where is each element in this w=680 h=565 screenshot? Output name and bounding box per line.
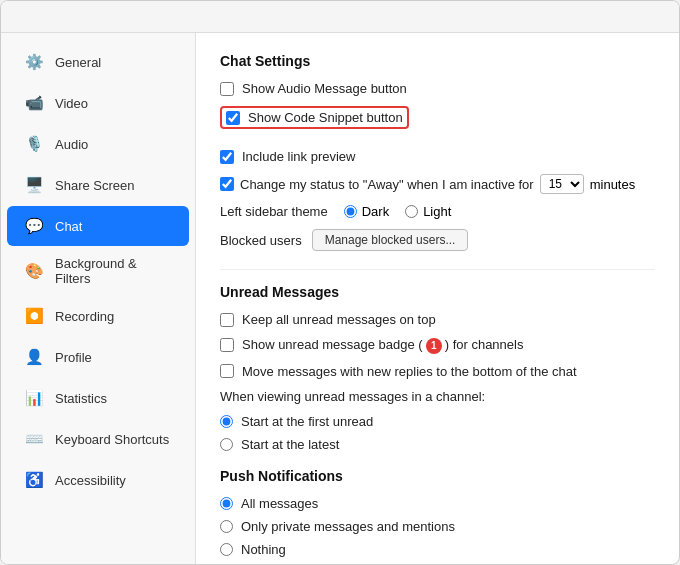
keep-unread-row: Keep all unread messages on top	[220, 312, 655, 327]
sidebar-item-statistics[interactable]: 📊 Statistics	[7, 378, 189, 418]
main-panel: Chat Settings Show Audio Message button …	[196, 33, 679, 564]
move-messages-row: Move messages with new replies to the bo…	[220, 364, 655, 379]
manage-blocked-button[interactable]: Manage blocked users...	[312, 229, 469, 251]
divider-1	[220, 269, 655, 270]
sidebar-label-audio: Audio	[55, 137, 88, 152]
sidebar-label-keyboard-shortcuts: Keyboard Shortcuts	[55, 432, 169, 447]
start-latest-label[interactable]: Start at the latest	[241, 437, 339, 452]
minutes-label: minutes	[590, 177, 636, 192]
sidebar-item-audio[interactable]: 🎙️ Audio	[7, 124, 189, 164]
move-messages-label[interactable]: Move messages with new replies to the bo…	[242, 364, 577, 379]
sidebar-item-video[interactable]: 📹 Video	[7, 83, 189, 123]
settings-window: ⚙️ General 📹 Video 🎙️ Audio 🖥️ Share Scr…	[0, 0, 680, 565]
start-first-unread-label[interactable]: Start at the first unread	[241, 414, 373, 429]
sidebar-label-statistics: Statistics	[55, 391, 107, 406]
profile-icon: 👤	[23, 346, 45, 368]
blocked-users-label: Blocked users	[220, 233, 302, 248]
unread-badge-icon: 1	[426, 338, 442, 354]
theme-light-radio-label[interactable]: Light	[423, 204, 451, 219]
inactive-minutes-select[interactable]: 510152030	[540, 174, 584, 194]
chat-icon: 💬	[23, 215, 45, 237]
show-code-snippet-label[interactable]: Show Code Snippet button	[248, 110, 403, 125]
statistics-icon: 📊	[23, 387, 45, 409]
unread-messages-title: Unread Messages	[220, 284, 655, 300]
include-link-preview-label[interactable]: Include link preview	[242, 149, 355, 164]
share-screen-icon: 🖥️	[23, 174, 45, 196]
start-first-unread-option: Start at the first unread	[220, 414, 655, 429]
sidebar-label-video: Video	[55, 96, 88, 111]
sidebar-item-chat[interactable]: 💬 Chat	[7, 206, 189, 246]
sidebar-label-share-screen: Share Screen	[55, 178, 135, 193]
keep-unread-checkbox[interactable]	[220, 313, 234, 327]
nothing-option: Nothing	[220, 542, 655, 557]
sidebar-label-chat: Chat	[55, 219, 82, 234]
show-unread-badge-row: Show unread message badge (1) for channe…	[220, 337, 655, 354]
sidebar-item-accessibility[interactable]: ♿ Accessibility	[7, 460, 189, 500]
start-latest-option: Start at the latest	[220, 437, 655, 452]
theme-dark-radio[interactable]	[344, 205, 357, 218]
keyboard-shortcuts-icon: ⌨️	[23, 428, 45, 450]
video-icon: 📹	[23, 92, 45, 114]
sidebar-item-profile[interactable]: 👤 Profile	[7, 337, 189, 377]
sidebar-item-general[interactable]: ⚙️ General	[7, 42, 189, 82]
content-area: ⚙️ General 📹 Video 🎙️ Audio 🖥️ Share Scr…	[1, 33, 679, 564]
sidebar-label-accessibility: Accessibility	[55, 473, 126, 488]
sidebar-item-background-filters[interactable]: 🎨 Background & Filters	[7, 247, 189, 295]
push-notifications-title: Push Notifications	[220, 468, 655, 484]
nothing-label[interactable]: Nothing	[241, 542, 286, 557]
sidebar-label-background-filters: Background & Filters	[55, 256, 173, 286]
left-sidebar-theme-label: Left sidebar theme	[220, 204, 328, 219]
include-link-preview-row: Include link preview	[220, 149, 655, 164]
show-audio-checkbox[interactable]	[220, 82, 234, 96]
sidebar-label-profile: Profile	[55, 350, 92, 365]
chat-settings-title: Chat Settings	[220, 53, 655, 69]
left-sidebar-theme-row: Left sidebar theme Dark Light	[220, 204, 655, 219]
theme-radio-group: Dark Light	[344, 204, 452, 219]
include-link-preview-checkbox[interactable]	[220, 150, 234, 164]
start-first-unread-radio[interactable]	[220, 415, 233, 428]
theme-dark-radio-label[interactable]: Dark	[362, 204, 389, 219]
theme-light-radio[interactable]	[405, 205, 418, 218]
move-messages-checkbox[interactable]	[220, 364, 234, 378]
show-code-snippet-row: Show Code Snippet button	[220, 106, 655, 139]
show-code-snippet-checkbox[interactable]	[226, 111, 240, 125]
title-bar	[1, 1, 679, 33]
theme-light-option: Light	[405, 204, 451, 219]
keep-unread-label[interactable]: Keep all unread messages on top	[242, 312, 436, 327]
sidebar-label-recording: Recording	[55, 309, 114, 324]
show-audio-label[interactable]: Show Audio Message button	[242, 81, 407, 96]
recording-icon: ⏺️	[23, 305, 45, 327]
all-messages-label[interactable]: All messages	[241, 496, 318, 511]
sidebar-item-share-screen[interactable]: 🖥️ Share Screen	[7, 165, 189, 205]
push-notifications-section: Push Notifications All messages Only pri…	[220, 468, 655, 565]
show-unread-badge-label[interactable]: Show unread message badge (1) for channe…	[242, 337, 523, 354]
only-private-option: Only private messages and mentions	[220, 519, 655, 534]
change-status-checkbox[interactable]	[220, 177, 234, 191]
background-filters-icon: 🎨	[23, 260, 45, 282]
start-latest-radio[interactable]	[220, 438, 233, 451]
audio-icon: 🎙️	[23, 133, 45, 155]
sidebar-label-general: General	[55, 55, 101, 70]
show-unread-badge-checkbox[interactable]	[220, 338, 234, 352]
change-status-row: Change my status to "Away" when I am ina…	[220, 174, 655, 194]
sidebar: ⚙️ General 📹 Video 🎙️ Audio 🖥️ Share Scr…	[1, 33, 196, 564]
all-messages-option: All messages	[220, 496, 655, 511]
blocked-users-row: Blocked users Manage blocked users...	[220, 229, 655, 251]
nothing-radio[interactable]	[220, 543, 233, 556]
all-messages-radio[interactable]	[220, 497, 233, 510]
only-private-radio[interactable]	[220, 520, 233, 533]
general-icon: ⚙️	[23, 51, 45, 73]
show-code-highlighted: Show Code Snippet button	[220, 106, 409, 129]
sidebar-item-recording[interactable]: ⏺️ Recording	[7, 296, 189, 336]
sidebar-item-keyboard-shortcuts[interactable]: ⌨️ Keyboard Shortcuts	[7, 419, 189, 459]
theme-dark-option: Dark	[344, 204, 389, 219]
show-audio-option-row: Show Audio Message button	[220, 81, 655, 96]
only-private-label[interactable]: Only private messages and mentions	[241, 519, 455, 534]
change-status-label[interactable]: Change my status to "Away" when I am ina…	[240, 177, 534, 192]
when-viewing-label: When viewing unread messages in a channe…	[220, 389, 655, 404]
accessibility-icon: ♿	[23, 469, 45, 491]
